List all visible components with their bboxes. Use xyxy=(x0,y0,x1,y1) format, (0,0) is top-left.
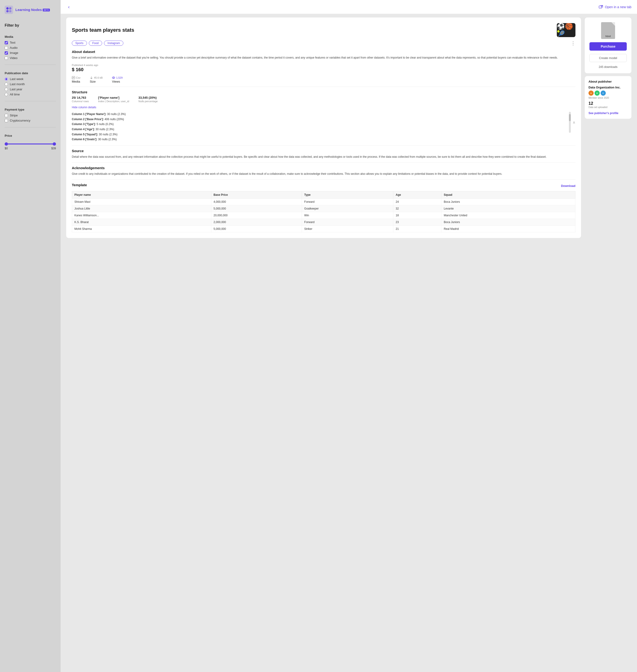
table-header: Squad xyxy=(441,191,576,198)
structure-grid: 25/ 14,763 Columns/ rows ['Player name']… xyxy=(72,96,576,103)
filter-image[interactable]: Image xyxy=(5,51,56,55)
table-cell: Kanes Williamson... xyxy=(72,212,211,219)
table-cell: 20,000,000 xyxy=(211,212,302,219)
csv-icon xyxy=(72,76,75,79)
tag-instagram[interactable]: Instagram xyxy=(104,41,123,46)
crypto-checkbox[interactable] xyxy=(5,119,8,122)
table-cell: Manchester United xyxy=(441,212,576,219)
filter-last-year[interactable]: Last year xyxy=(5,88,56,91)
filter-title: Filter by xyxy=(5,23,56,28)
last-week-radio[interactable] xyxy=(5,77,8,81)
filter-last-month[interactable]: Last month xyxy=(5,82,56,86)
table-cell: 5,000,000 xyxy=(211,205,302,212)
collapse-button[interactable]: ∧ xyxy=(572,120,576,125)
image-checkbox[interactable] xyxy=(5,51,8,55)
about-section-title: About dataset xyxy=(72,50,576,54)
image-label: Image xyxy=(10,51,18,55)
cols-rows-label: Columns/ rows xyxy=(72,100,89,103)
structure-cols-rows: 25/ 14,763 Columns/ rows xyxy=(72,96,89,103)
table-cell: 4,000,000 xyxy=(211,198,302,205)
publisher-avatars: A B C xyxy=(588,90,628,96)
price-min: $0 xyxy=(5,147,8,150)
svg-point-2 xyxy=(9,7,12,10)
last-month-radio[interactable] xyxy=(5,83,8,86)
external-link-icon xyxy=(599,5,603,9)
table-cell: Goalkeeper xyxy=(302,205,393,212)
filter-last-week[interactable]: Last week xyxy=(5,77,56,81)
table-row: K.S. Bharat2,000,000Forward23Boca Junior… xyxy=(72,219,576,226)
download-link[interactable]: Download xyxy=(561,184,576,188)
views-icon xyxy=(112,76,115,79)
logo: Learning NodesBETA xyxy=(5,5,56,14)
index-value: ['Player name'] xyxy=(98,96,129,100)
table-container: Player nameBase PriceTypeAgeSquadShivam … xyxy=(72,191,576,232)
scrollbar[interactable] xyxy=(569,112,571,133)
back-button[interactable]: ‹ xyxy=(66,3,72,11)
filter-video[interactable]: Video xyxy=(5,56,56,60)
tags-row: Sports Food Instagram ⋮ xyxy=(72,40,576,46)
column-detail-row: Column 4 ['Age']: 30 nulls (2.3%) xyxy=(72,127,126,132)
file-icon: html xyxy=(601,22,615,39)
cols-rows-value: 25/ 14,763 xyxy=(72,96,89,100)
meta-csv: Csv Media xyxy=(72,76,80,83)
downloads-count: 245 downloads xyxy=(599,65,618,69)
range-thumb-left[interactable] xyxy=(5,142,8,146)
last-year-radio[interactable] xyxy=(5,88,8,91)
avatar-3: C xyxy=(601,90,606,96)
publisher-card: About publisher Data Organization Inc. A… xyxy=(585,76,632,119)
template-header: Template Download xyxy=(72,183,576,189)
stripe-checkbox[interactable] xyxy=(5,114,8,117)
filter-crypto[interactable]: Cryptocurrency xyxy=(5,119,56,122)
text-label: Text xyxy=(10,41,15,44)
data-table: Player nameBase PriceTypeAgeSquadShivam … xyxy=(72,191,576,232)
svg-point-7 xyxy=(113,77,114,78)
table-cell: 21 xyxy=(393,226,441,232)
card-header: Sports team players stats ⚽🏀🎾 xyxy=(72,23,576,37)
open-new-tab-button[interactable]: Open in a new tab xyxy=(599,5,632,9)
svg-point-1 xyxy=(6,7,8,10)
price-range: $0 $39 xyxy=(5,141,56,150)
table-row: Shivam Mavi4,000,000Forward24Boca Junior… xyxy=(72,198,576,205)
hide-column-link[interactable]: Hide column details xyxy=(72,106,96,109)
structure-index: ['Player name'] Index | Description; use… xyxy=(98,96,129,103)
dataset-title: Sports team players stats xyxy=(72,27,134,33)
payment-label: Payment type xyxy=(5,108,56,111)
index-sub: Index | Description; user_id xyxy=(98,100,129,103)
create-model-button[interactable]: Create model xyxy=(589,54,627,62)
filter-text[interactable]: Text xyxy=(5,41,56,44)
table-cell: Joshua Little xyxy=(72,205,211,212)
table-cell: 5,000,000 xyxy=(211,226,302,232)
tag-sports[interactable]: Sports xyxy=(72,41,87,46)
avatar-1: A xyxy=(588,90,594,96)
filter-audio[interactable]: Audio xyxy=(5,46,56,50)
column-detail-row: Column 1 ['Player Name']: 30 nulls (2.3%… xyxy=(72,112,126,117)
range-thumb-right[interactable] xyxy=(53,142,56,146)
table-row: Joshua Little5,000,000Goalkeeper32Levant… xyxy=(72,205,576,212)
last-week-label: Last week xyxy=(10,77,23,81)
app-name: Learning Nodes xyxy=(15,8,42,12)
stripe-label: Stripe xyxy=(10,113,18,117)
meta-size: 45.6 kB Size xyxy=(90,76,103,83)
all-time-radio[interactable] xyxy=(5,93,8,96)
price-label: Price xyxy=(5,134,56,138)
last-year-label: Last year xyxy=(10,88,22,91)
filter-stripe[interactable]: Stripe xyxy=(5,113,56,117)
more-options-button[interactable]: ⋮ xyxy=(571,40,576,46)
audio-checkbox[interactable] xyxy=(5,46,8,50)
structure-title: Structure xyxy=(72,90,576,94)
filter-all-time[interactable]: All time xyxy=(5,93,56,96)
table-cell: Shivam Mavi xyxy=(72,198,211,205)
range-fill xyxy=(5,143,56,144)
text-checkbox[interactable] xyxy=(5,41,8,44)
purchase-button[interactable]: Purchase xyxy=(589,42,627,51)
publisher-section-title: About publisher xyxy=(588,80,628,83)
publisher-profile-link[interactable]: See publisher's profile xyxy=(588,111,618,115)
table-cell: K.S. Bharat xyxy=(72,219,211,226)
template-title: Template xyxy=(72,183,87,187)
tag-food[interactable]: Food xyxy=(89,41,102,46)
table-cell: 23 xyxy=(393,219,441,226)
video-checkbox[interactable] xyxy=(5,56,8,60)
divider-source xyxy=(72,162,576,163)
source-text: Detail where the data was sourced from, … xyxy=(72,155,576,159)
table-cell: Boca Juniors xyxy=(441,219,576,226)
